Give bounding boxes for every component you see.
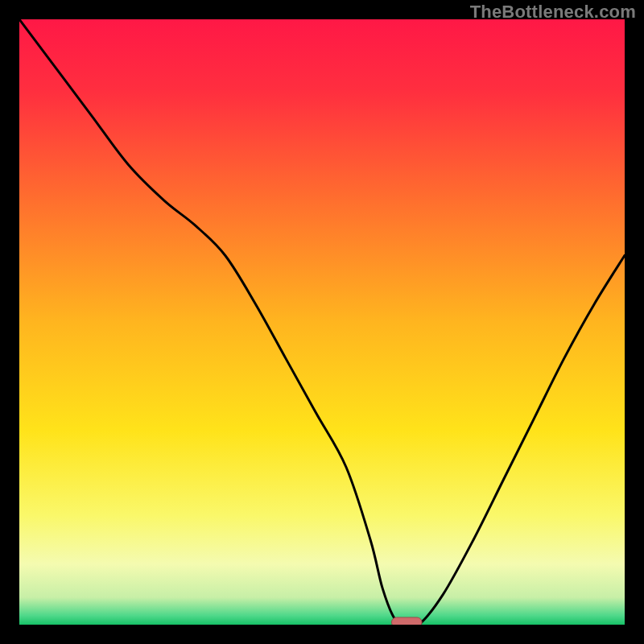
gradient-background [19,19,625,625]
plot-area [19,19,625,625]
chart-svg [19,19,625,625]
optimal-marker [391,617,422,625]
chart-frame: TheBottleneck.com [0,0,644,644]
